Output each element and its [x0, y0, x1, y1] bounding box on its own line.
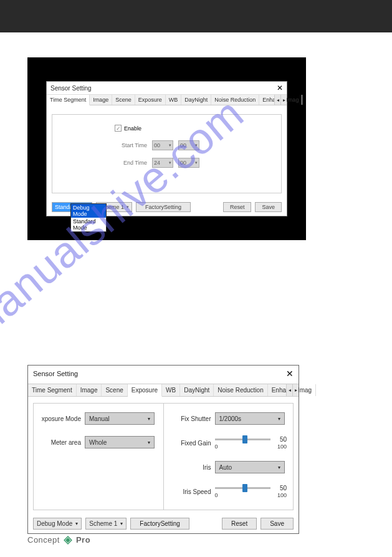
end-hour-select[interactable]: 24▾: [152, 158, 173, 168]
screenshot-1: Sensor Setting ✕ Time Segment Image Scen…: [27, 57, 306, 240]
enable-label: Enable: [124, 125, 141, 132]
tab-scene[interactable]: Scene: [112, 95, 135, 105]
chevron-down-icon: ▾: [278, 416, 280, 422]
tab-image[interactable]: Image: [90, 95, 112, 105]
exposure-panel: xposure Mode Manual▾ Meter area Whole▾ F…: [33, 403, 294, 510]
fixed-gain-label: Fixed Gain: [170, 440, 215, 447]
start-time-label: Start Time: [115, 142, 147, 148]
mode-select[interactable]: Debug Mode▾: [33, 518, 82, 530]
end-min-select[interactable]: 00▾: [178, 158, 199, 168]
tab-exposure[interactable]: Exposure: [135, 95, 166, 105]
gain-max: 100: [277, 443, 287, 450]
start-min-select[interactable]: 00▾: [178, 140, 199, 150]
speed-min: 0: [215, 492, 218, 498]
chevron-down-icon: ▾: [169, 160, 171, 165]
tab-scene[interactable]: Scene: [102, 384, 127, 396]
tab-scroll-right-icon[interactable]: ▸: [280, 95, 287, 105]
chevron-down-icon: ▾: [169, 143, 171, 148]
speed-max: 100: [277, 492, 287, 498]
chevron-down-icon: ▾: [278, 465, 280, 470]
exposure-mode-select[interactable]: Manual▾: [85, 412, 155, 425]
mode-option-debug[interactable]: Debug Mode: [71, 204, 106, 218]
reset-button[interactable]: Reset: [223, 202, 252, 212]
tab-exposure[interactable]: Exposure: [128, 384, 162, 397]
fixed-gain-value: 50: [274, 436, 287, 443]
page-content: manualshive.com Sensor Setting ✕ Time Se…: [0, 32, 392, 546]
chevron-down-icon: ▾: [127, 205, 129, 210]
mode-dropdown-list: Debug Mode Standard Mode: [70, 203, 107, 232]
fixed-gain-slider[interactable]: [215, 438, 271, 440]
meter-area-select[interactable]: Whole▾: [85, 436, 155, 448]
page-top-band: [0, 0, 392, 32]
tab-daynight[interactable]: DayNight: [180, 384, 214, 396]
footer-logo: Concept Pro: [27, 535, 90, 545]
tab-wb[interactable]: WB: [162, 384, 180, 396]
chevron-down-icon: ▾: [148, 440, 150, 445]
chevron-down-icon: ▾: [195, 143, 198, 148]
enable-checkbox[interactable]: ✓: [115, 125, 122, 132]
chevron-down-icon: ▾: [148, 416, 150, 422]
save-button[interactable]: Save: [255, 202, 282, 212]
tab-row: Time Segment Image Scene Exposure WB Day…: [28, 384, 299, 397]
dialog-bottom-row: Debug Mode▾ Scheme 1▾ FactorySetting Res…: [28, 514, 299, 533]
sensor-setting-dialog-1: Sensor Setting ✕ Time Segment Image Scen…: [46, 81, 287, 216]
right-column: Fix Shutter 1/2000s▾ Fixed Gain 50 0100: [164, 404, 294, 510]
tab-row: Time Segment Image Scene Exposure WB Day…: [47, 95, 287, 105]
tab-noise-reduction[interactable]: Noise Reduction: [214, 384, 267, 396]
tab-scroll-left-icon[interactable]: ◂: [274, 95, 280, 105]
start-hour-select[interactable]: 00▾: [152, 140, 173, 150]
tab-scroll-right-icon[interactable]: ▸: [292, 384, 299, 396]
tab-noise-reduction[interactable]: Noise Reduction: [211, 95, 259, 105]
chevron-down-icon: ▾: [75, 521, 78, 526]
exposure-mode-label: xposure Mode: [40, 415, 85, 422]
tab-wb[interactable]: WB: [166, 95, 182, 105]
iris-speed-slider[interactable]: [215, 487, 271, 489]
dialog-title: Sensor Setting: [33, 370, 78, 377]
mode-option-standard[interactable]: Standard Mode: [71, 218, 106, 231]
save-button[interactable]: Save: [261, 518, 294, 530]
brand-pro: Pro: [76, 535, 90, 545]
tab-daynight[interactable]: DayNight: [181, 95, 211, 105]
tab-time-segment[interactable]: Time Segment: [28, 384, 77, 396]
titlebar: Sensor Setting ✕: [47, 82, 287, 95]
close-icon[interactable]: ✕: [277, 84, 283, 92]
chevron-down-icon: ▾: [195, 160, 198, 165]
titlebar: Sensor Setting ✕: [28, 366, 299, 384]
gain-min: 0: [215, 443, 218, 450]
iris-label: Iris: [170, 464, 215, 471]
iris-speed-label: Iris Speed: [170, 488, 215, 495]
fix-shutter-select[interactable]: 1/2000s▾: [215, 412, 285, 425]
close-icon[interactable]: ✕: [286, 369, 294, 379]
tab-image[interactable]: Image: [77, 384, 102, 396]
brand-concept: Concept: [27, 535, 60, 545]
scheme-select[interactable]: Scheme 1▾: [85, 518, 127, 530]
time-segment-frame: ✓ Enable Start Time 00▾ 00▾ End Time 24▾…: [52, 114, 282, 193]
meter-area-label: Meter area: [40, 439, 85, 446]
tab-time-segment[interactable]: Time Segment: [47, 95, 90, 105]
tab-scroll-left-icon[interactable]: ◂: [286, 384, 292, 396]
reset-button[interactable]: Reset: [222, 518, 257, 530]
chevron-down-icon: ▾: [120, 521, 123, 526]
factory-setting-button[interactable]: FactorySetting: [136, 202, 191, 212]
slider-thumb[interactable]: [242, 435, 247, 443]
end-time-label: End Time: [115, 160, 147, 166]
fix-shutter-label: Fix Shutter: [170, 415, 215, 422]
left-column: xposure Mode Manual▾ Meter area Whole▾: [34, 404, 164, 510]
slider-thumb[interactable]: [242, 484, 247, 492]
sensor-setting-dialog-2: Sensor Setting ✕ Time Segment Image Scen…: [27, 365, 299, 534]
iris-speed-value: 50: [274, 485, 287, 492]
factory-setting-button[interactable]: FactorySetting: [130, 518, 189, 530]
iris-select[interactable]: Auto▾: [215, 461, 285, 473]
diamond-icon: [64, 536, 72, 545]
dialog-title: Sensor Setting: [50, 85, 92, 92]
